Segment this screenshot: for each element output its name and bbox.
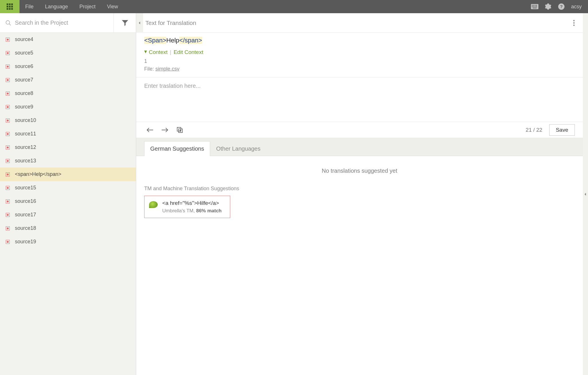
translation-textarea[interactable]: [136, 77, 583, 121]
list-item-label: source4: [15, 36, 33, 42]
arrow-left-icon: [146, 127, 154, 133]
source-strings-list[interactable]: source4source5source6source7source8sourc…: [0, 33, 136, 375]
editor-panel: Text for Translation <Span>Help</span> ▾…: [136, 13, 583, 375]
status-untranslated-icon: [6, 240, 10, 244]
main-menu: File Language Project View: [19, 0, 124, 13]
list-item[interactable]: source18: [0, 221, 136, 235]
status-untranslated-icon: [6, 226, 10, 230]
copy-source-button[interactable]: [174, 124, 185, 136]
list-item[interactable]: source13: [0, 154, 136, 168]
menu-file[interactable]: File: [19, 0, 39, 13]
list-item-label: source10: [15, 117, 36, 123]
source-close-tag: </span>: [179, 37, 202, 44]
tm-suggestion-card[interactable]: <a href="%s">Hilfe</a> Umbrella's TM, 86…: [144, 196, 230, 218]
list-item-label: source11: [15, 131, 36, 137]
menu-language[interactable]: Language: [39, 0, 74, 13]
editor-title: Text for Translation: [143, 20, 568, 26]
arrow-right-icon: [161, 127, 169, 133]
gear-icon[interactable]: [545, 3, 552, 10]
collapse-right-handle[interactable]: [583, 13, 588, 375]
source-inner-text: Help: [166, 37, 179, 44]
list-item-label: source15: [15, 185, 36, 191]
tm-section-heading: TM and Machine Translation Suggestions: [144, 186, 575, 192]
list-item-label: source19: [15, 239, 36, 245]
list-item-label: source7: [15, 77, 33, 83]
status-untranslated-icon: [6, 186, 10, 190]
list-item-label: source9: [15, 104, 33, 110]
svg-rect-8: [536, 6, 537, 7]
username-label[interactable]: acsy: [571, 4, 582, 10]
copy-icon: [176, 127, 183, 133]
svg-rect-9: [533, 8, 537, 8]
svg-rect-4: [536, 5, 537, 6]
list-item[interactable]: source19: [0, 235, 136, 248]
status-untranslated-icon: [6, 145, 10, 149]
collapse-left-handle[interactable]: [136, 13, 143, 33]
menu-project[interactable]: Project: [74, 0, 101, 13]
context-id: 1: [144, 58, 575, 64]
search-row: [0, 13, 136, 33]
search-input[interactable]: [11, 20, 114, 26]
tab-german-suggestions[interactable]: German Suggestions: [144, 141, 210, 156]
status-untranslated-icon: [6, 172, 10, 176]
status-untranslated-icon: [6, 118, 10, 123]
svg-rect-5: [532, 6, 533, 7]
list-item[interactable]: source15: [0, 181, 136, 195]
list-item[interactable]: source7: [0, 73, 136, 87]
status-untranslated-icon: [6, 51, 10, 55]
prev-string-button[interactable]: [144, 124, 156, 136]
left-panel: source4source5source6source7source8sourc…: [0, 13, 136, 375]
svg-rect-1: [532, 5, 533, 6]
tm-suggestion-meta: Umbrella's TM, 86% match: [162, 208, 222, 214]
list-item[interactable]: source11: [0, 127, 136, 141]
source-text-display: <Span>Help</span>: [144, 37, 575, 44]
list-item-label: source16: [15, 198, 36, 204]
kebab-icon: [573, 20, 575, 26]
svg-rect-3: [535, 5, 536, 6]
list-item-label: source17: [15, 212, 36, 218]
list-item-label: source13: [15, 158, 36, 164]
list-item-label: source12: [15, 144, 36, 150]
status-untranslated-icon: [6, 159, 10, 163]
svg-text:?: ?: [560, 4, 562, 9]
help-icon[interactable]: ?: [558, 3, 565, 10]
list-item[interactable]: source16: [0, 195, 136, 208]
next-string-button[interactable]: [159, 124, 171, 136]
context-file-link[interactable]: simple.csv: [155, 66, 179, 72]
more-menu-button[interactable]: [568, 17, 580, 29]
svg-point-15: [573, 22, 575, 24]
tab-other-languages[interactable]: Other Languages: [210, 141, 267, 156]
keyboard-icon[interactable]: [531, 4, 538, 9]
svg-point-12: [6, 20, 10, 24]
filter-button[interactable]: [114, 13, 136, 33]
list-item-label: source18: [15, 225, 36, 231]
apps-grid-icon: [7, 3, 13, 10]
list-item-label: source6: [15, 63, 33, 69]
list-item[interactable]: source12: [0, 141, 136, 154]
list-item[interactable]: source6: [0, 60, 136, 73]
funnel-icon: [122, 20, 128, 26]
top-menu-bar: File Language Project View ? acsy: [0, 0, 588, 13]
tm-suggestion-text: <a href="%s">Hilfe</a>: [162, 200, 222, 206]
list-item[interactable]: source4: [0, 33, 136, 46]
list-item-label: <span>Help</span>: [15, 171, 61, 177]
list-item[interactable]: source5: [0, 46, 136, 60]
source-open-tag: <Span>: [144, 37, 166, 44]
list-item[interactable]: source9: [0, 100, 136, 114]
list-item[interactable]: source17: [0, 208, 136, 221]
menu-view[interactable]: View: [101, 0, 124, 13]
status-untranslated-icon: [6, 199, 10, 203]
edit-context-link[interactable]: Edit Context: [173, 49, 203, 55]
list-item[interactable]: <span>Help</span>: [0, 168, 136, 181]
tm-provider-icon: [149, 201, 158, 208]
svg-rect-7: [535, 6, 536, 7]
no-suggestions-message: No translations suggested yet: [144, 159, 575, 186]
context-toggle[interactable]: Context: [149, 49, 167, 55]
list-item[interactable]: source10: [0, 114, 136, 127]
apps-menu-button[interactable]: [0, 0, 19, 13]
save-button[interactable]: Save: [549, 124, 575, 136]
context-file: File: simple.csv: [144, 66, 575, 72]
status-untranslated-icon: [6, 105, 10, 109]
chevron-down-icon[interactable]: ▾: [144, 48, 147, 55]
list-item[interactable]: source8: [0, 87, 136, 100]
